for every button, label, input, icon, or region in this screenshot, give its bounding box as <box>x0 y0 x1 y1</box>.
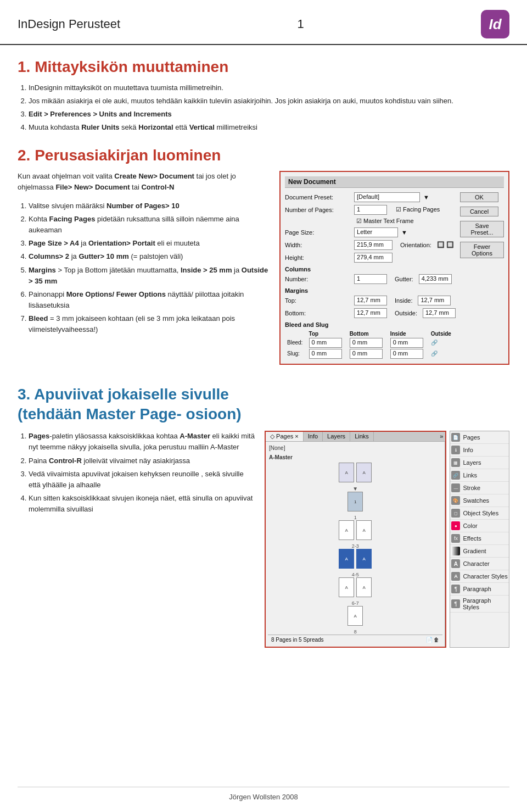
cancel-button[interactable]: Cancel <box>460 207 498 216</box>
panel-body: [None] A-Master A A ▼ 1 <box>266 442 445 647</box>
page-size-label: Page Size: <box>285 229 351 236</box>
new-document-dialog: New Document Document Preset: [Default] … <box>279 171 509 365</box>
panel-item-pages[interactable]: 📄 Pages <box>450 431 509 444</box>
list-item: Paina Control-R jolleivät viivaimet näy … <box>29 455 255 466</box>
panel-item-gradient[interactable]: Gradient <box>450 545 509 558</box>
number-value: 1 <box>354 274 387 284</box>
panel-menu-btn[interactable]: » <box>374 432 446 441</box>
page-thumb-7[interactable]: A <box>356 577 372 597</box>
panel-item-character[interactable]: A Character <box>450 558 509 570</box>
page-thumb-3[interactable]: A <box>356 520 372 540</box>
character-icon: A <box>451 559 460 568</box>
section2-dialog-image: New Document Document Preset: [Default] … <box>279 171 509 365</box>
section3-two-col: Pages-paletin yläosassa kaksoisklikkaa k… <box>18 431 509 648</box>
panel-item-object-styles[interactable]: ◻ Object Styles <box>450 507 509 520</box>
panel-item-layers[interactable]: ▦ Layers <box>450 457 509 469</box>
list-item: Pages-paletin yläosassa kaksoisklikkaa k… <box>29 431 255 453</box>
ok-button[interactable]: OK <box>460 192 498 202</box>
page-number: 1 <box>297 17 304 31</box>
section3-wrapper: 3. Apuviivat jokaiselle sivulle (tehdään… <box>18 385 509 648</box>
right-panel-icons: 📄 Pages ℹ Info ▦ Layers 🔗 <box>450 431 509 648</box>
page-footer: Jörgen Wollsten 2008 <box>18 787 509 801</box>
page-thumb-4[interactable]: A <box>339 549 354 569</box>
panel-item-color[interactable]: ● Color <box>450 520 509 532</box>
tab-links[interactable]: Links <box>350 432 374 441</box>
section2-text: Kun avaat ohjelman voit valita Create Ne… <box>18 171 270 340</box>
section2-list: Valitse sivujen määräksi Number of Pages… <box>29 201 270 336</box>
list-item: Kohta Facing Pages pidetään ruksattuna s… <box>29 214 270 236</box>
panel-item-effects[interactable]: fx Effects <box>450 532 509 545</box>
top-value: 12,7 mm <box>354 296 387 305</box>
panel-tabs: ◇ Pages × Info Layers Links » <box>266 432 445 442</box>
effects-icon: fx <box>451 534 460 543</box>
page-thumb-8[interactable]: A <box>347 606 363 626</box>
page-thumb-5[interactable]: A <box>356 549 372 569</box>
section1-title: 1. Mittayksikön muuttaminen <box>18 58 509 76</box>
list-item: Bleed = 3 mm jokaiseen kohtaan (eli se 3… <box>29 313 270 335</box>
list-item: Vedä viivaimista apuviivat jokaisen kehy… <box>29 469 255 491</box>
height-value: 279,4 mm <box>354 253 393 263</box>
page-thumb-6[interactable]: A <box>339 577 354 597</box>
section3-title: 3. Apuviivat jokaiselle sivulle (tehdään… <box>18 385 509 425</box>
dialog-buttons: OK Cancel Save Preset... Fewer Options <box>460 192 504 359</box>
pages-panel: ◇ Pages × Info Layers Links » [None] <box>265 431 446 648</box>
page-thumb-2[interactable]: A <box>339 520 354 540</box>
tab-layers[interactable]: Layers <box>323 432 350 441</box>
panel-item-info[interactable]: ℹ Info <box>450 444 509 457</box>
save-preset-button[interactable]: Save Preset... <box>460 221 504 237</box>
outside-value: 12,7 mm <box>423 308 456 318</box>
page-count: 8 Pages in 5 Spreads <box>271 637 324 643</box>
panel-item-links[interactable]: 🔗 Links <box>450 469 509 482</box>
panel-item-stroke[interactable]: — Stroke <box>450 482 509 494</box>
panel-item-paragraph-styles[interactable]: ¶ Paragraph Styles <box>450 596 509 613</box>
dialog-title: New Document <box>285 176 504 188</box>
page-header: InDesign Perusteet 1 Id <box>0 0 527 45</box>
panel-item-swatches[interactable]: 🎨 Swatches <box>450 494 509 507</box>
fewer-options-button[interactable]: Fewer Options <box>460 242 504 258</box>
master-page-thumb-b[interactable]: A <box>356 463 372 482</box>
section3-panel-image: ◇ Pages × Info Layers Links » [None] <box>265 431 509 648</box>
section3-text: Pages-paletin yläosassa kaksoisklikkaa k… <box>18 431 255 519</box>
paragraph-styles-icon: ¶ <box>451 599 460 608</box>
pages-value: 1 <box>354 205 387 215</box>
margins-title: Margins <box>285 287 456 294</box>
list-item: Painonappi More Options/ Fewer Options n… <box>29 289 270 311</box>
preset-value: [Default] <box>354 192 420 202</box>
list-item: InDesignin mittayksiköt on muutettava tu… <box>29 82 509 93</box>
panel-item-paragraph[interactable]: ¶ Paragraph <box>450 583 509 596</box>
page-title: InDesign Perusteet <box>18 17 120 31</box>
section2-two-col: Kun avaat ohjelman voit valita Create Ne… <box>18 171 509 365</box>
pages-icon: 📄 <box>451 433 460 442</box>
color-icon: ● <box>451 521 460 530</box>
preset-label: Document Preset: <box>285 194 351 201</box>
object-styles-icon: ◻ <box>451 509 460 518</box>
page-thumb-1[interactable]: 1 <box>347 492 363 511</box>
columns-title: Columns <box>285 266 456 272</box>
list-item: Edit > Preferences > Units and Increment… <box>29 109 509 120</box>
section1-list: InDesignin mittayksiköt on muutettava tu… <box>29 82 509 134</box>
main-content: 1. Mittayksikön muuttaminen InDesignin m… <box>0 58 527 665</box>
character-styles-icon: A <box>451 572 460 581</box>
list-item: Page Size > A4 ja Orientation> Portait e… <box>29 238 270 249</box>
page-45-row: A A <box>268 549 442 569</box>
height-label: Height: <box>285 254 351 261</box>
panel-wrapper: ◇ Pages × Info Layers Links » [None] <box>265 431 509 648</box>
list-item: Muuta kohdasta Ruler Units sekä Horizont… <box>29 122 509 133</box>
pages-label: Number of Pages: <box>285 207 351 213</box>
bottom-value: 12,7 mm <box>354 308 387 318</box>
width-label: Width: <box>285 242 351 248</box>
list-item: Jos mikään asiakirja ei ole auki, muutos… <box>29 96 509 107</box>
page-1-row: 1 <box>268 492 442 511</box>
list-item: Columns> 2 ja Gutter> 10 mm (= palstojen… <box>29 251 270 262</box>
tab-pages[interactable]: ◇ Pages × <box>266 432 304 441</box>
width-value: 215,9 mm <box>354 240 393 250</box>
layers-icon: ▦ <box>451 458 460 467</box>
list-item: Valitse sivujen määräksi Number of Pages… <box>29 201 270 212</box>
page-size-value: Letter <box>354 227 398 237</box>
gutter-value: 4,233 mm <box>419 274 452 284</box>
panel-item-character-styles[interactable]: A Character Styles <box>450 570 509 583</box>
tab-info[interactable]: Info <box>304 432 323 441</box>
list-item: Kun sitten kaksoisklikkaat sivujen ikone… <box>29 493 255 515</box>
links-icon: 🔗 <box>451 471 460 480</box>
master-page-thumb-a[interactable]: A <box>339 463 354 482</box>
